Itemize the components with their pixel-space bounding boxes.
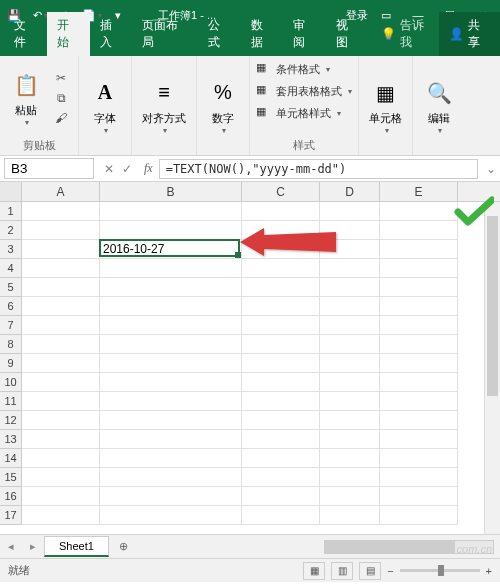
cell-B2[interactable] — [100, 221, 242, 240]
name-box[interactable] — [4, 158, 94, 179]
fx-icon[interactable]: fx — [138, 161, 159, 176]
tell-me[interactable]: 💡告诉我 — [375, 12, 439, 56]
col-header-E[interactable]: E — [380, 182, 458, 201]
cell-B5[interactable] — [100, 278, 242, 297]
cell-B3[interactable]: 2016-10-27 — [100, 240, 242, 259]
row-header[interactable]: 2 — [0, 221, 22, 240]
row-header[interactable]: 10 — [0, 373, 22, 392]
cell-E10[interactable] — [380, 373, 458, 392]
sheet-nav-next[interactable]: ▸ — [22, 540, 44, 553]
cell-D16[interactable] — [320, 487, 380, 506]
tab-home[interactable]: 开始 — [47, 12, 90, 56]
cell-E4[interactable] — [380, 259, 458, 278]
cell-A14[interactable] — [22, 449, 100, 468]
row-header[interactable]: 13 — [0, 430, 22, 449]
number-button[interactable]: %数字▾ — [203, 75, 243, 137]
cell-E8[interactable] — [380, 335, 458, 354]
row-header[interactable]: 16 — [0, 487, 22, 506]
add-sheet-button[interactable]: ⊕ — [109, 540, 138, 553]
cell-B9[interactable] — [100, 354, 242, 373]
cell-styles-button[interactable]: ▦单元格样式▾ — [256, 105, 341, 121]
cell-E2[interactable] — [380, 221, 458, 240]
page-break-view-icon[interactable]: ▤ — [359, 562, 381, 580]
cell-C7[interactable] — [242, 316, 320, 335]
cell-D7[interactable] — [320, 316, 380, 335]
row-header[interactable]: 7 — [0, 316, 22, 335]
col-header-D[interactable]: D — [320, 182, 380, 201]
cell-A12[interactable] — [22, 411, 100, 430]
vscroll-thumb[interactable] — [487, 216, 498, 396]
cell-B1[interactable] — [100, 202, 242, 221]
cell-A7[interactable] — [22, 316, 100, 335]
cell-B12[interactable] — [100, 411, 242, 430]
cell-D12[interactable] — [320, 411, 380, 430]
cell-C10[interactable] — [242, 373, 320, 392]
cell-D6[interactable] — [320, 297, 380, 316]
cell-E16[interactable] — [380, 487, 458, 506]
cell-C15[interactable] — [242, 468, 320, 487]
cell-B6[interactable] — [100, 297, 242, 316]
cell-E17[interactable] — [380, 506, 458, 525]
cells-button[interactable]: ▦单元格▾ — [365, 75, 406, 137]
cell-C1[interactable] — [242, 202, 320, 221]
cell-B10[interactable] — [100, 373, 242, 392]
sheet-tab[interactable]: Sheet1 — [44, 536, 109, 557]
cell-D15[interactable] — [320, 468, 380, 487]
cell-A17[interactable] — [22, 506, 100, 525]
cell-D9[interactable] — [320, 354, 380, 373]
cell-D14[interactable] — [320, 449, 380, 468]
cell-E3[interactable] — [380, 240, 458, 259]
formula-bar[interactable] — [159, 159, 478, 179]
tab-layout[interactable]: 页面布局 — [132, 12, 198, 56]
cell-C17[interactable] — [242, 506, 320, 525]
cell-C5[interactable] — [242, 278, 320, 297]
zoom-thumb[interactable] — [438, 565, 444, 576]
cell-D13[interactable] — [320, 430, 380, 449]
row-header[interactable]: 14 — [0, 449, 22, 468]
cell-D2[interactable] — [320, 221, 380, 240]
cell-B11[interactable] — [100, 392, 242, 411]
cell-E11[interactable] — [380, 392, 458, 411]
row-header[interactable]: 4 — [0, 259, 22, 278]
share-button[interactable]: 👤共享 — [439, 12, 500, 56]
row-header[interactable]: 17 — [0, 506, 22, 525]
tab-insert[interactable]: 插入 — [90, 12, 133, 56]
cell-C2[interactable] — [242, 221, 320, 240]
select-all-corner[interactable] — [0, 182, 22, 201]
cell-E15[interactable] — [380, 468, 458, 487]
cell-D4[interactable] — [320, 259, 380, 278]
font-button[interactable]: A字体▾ — [85, 75, 125, 137]
cell-E1[interactable] — [380, 202, 458, 221]
cell-D10[interactable] — [320, 373, 380, 392]
row-header[interactable]: 5 — [0, 278, 22, 297]
cell-B14[interactable] — [100, 449, 242, 468]
cell-B15[interactable] — [100, 468, 242, 487]
editing-button[interactable]: 🔍编辑▾ — [419, 75, 459, 137]
cell-D3[interactable] — [320, 240, 380, 259]
tab-review[interactable]: 审阅 — [283, 12, 326, 56]
conditional-format-button[interactable]: ▦条件格式▾ — [256, 61, 330, 77]
tab-data[interactable]: 数据 — [241, 12, 284, 56]
cell-D11[interactable] — [320, 392, 380, 411]
cell-C12[interactable] — [242, 411, 320, 430]
cell-A4[interactable] — [22, 259, 100, 278]
cell-A16[interactable] — [22, 487, 100, 506]
enter-formula-icon[interactable]: ✓ — [122, 162, 132, 176]
align-button[interactable]: ≡对齐方式▾ — [138, 75, 190, 137]
tab-view[interactable]: 视图 — [326, 12, 369, 56]
cell-B13[interactable] — [100, 430, 242, 449]
cut-icon[interactable]: ✂ — [50, 69, 72, 87]
cell-E12[interactable] — [380, 411, 458, 430]
cell-A15[interactable] — [22, 468, 100, 487]
cell-E6[interactable] — [380, 297, 458, 316]
row-header[interactable]: 12 — [0, 411, 22, 430]
cell-B17[interactable] — [100, 506, 242, 525]
cell-D17[interactable] — [320, 506, 380, 525]
cell-B8[interactable] — [100, 335, 242, 354]
table-format-button[interactable]: ▦套用表格格式▾ — [256, 83, 352, 99]
zoom-in-button[interactable]: + — [486, 565, 492, 577]
cell-E9[interactable] — [380, 354, 458, 373]
cell-A10[interactable] — [22, 373, 100, 392]
row-header[interactable]: 8 — [0, 335, 22, 354]
cell-A8[interactable] — [22, 335, 100, 354]
